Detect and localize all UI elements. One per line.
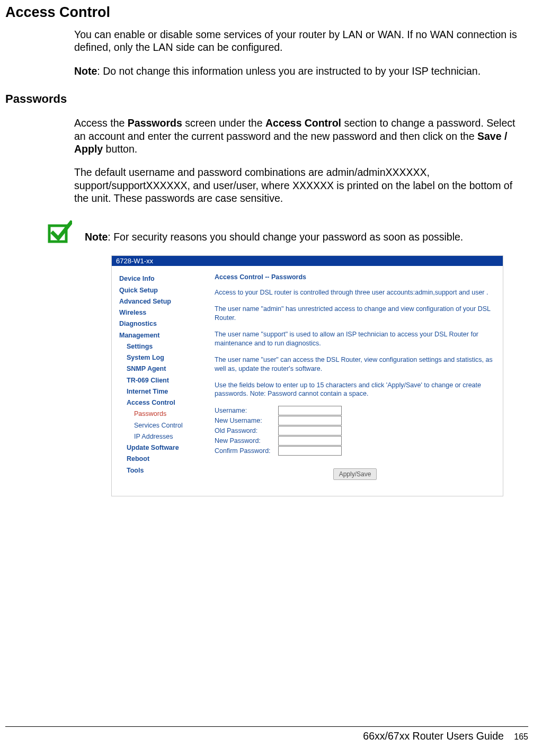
panel-paragraph-4: The user name "user" can access the DSL … <box>215 355 495 373</box>
label-username: Username: <box>215 407 278 414</box>
footer-page-number: 165 <box>514 732 528 741</box>
callout-note: Note: For security reasons you should ch… <box>85 220 463 243</box>
sidebar-item-ip-addresses[interactable]: IP Addresses <box>119 431 204 442</box>
passwords-paragraph-1: Access the Passwords screen under the Ac… <box>74 117 528 155</box>
page-footer: 66xx/67xx Router Users Guide 165 <box>5 726 528 742</box>
panel-paragraph-5: Use the fields below to enter up to 15 c… <box>215 381 495 399</box>
input-new-password[interactable] <box>278 436 342 446</box>
input-old-password[interactable] <box>278 426 342 435</box>
sidebar-item-wireless[interactable]: Wireless <box>119 307 204 318</box>
sidebar-item-system-log[interactable]: System Log <box>119 352 204 363</box>
sidebar-item-reboot[interactable]: Reboot <box>119 453 204 465</box>
sidebar-item-quick-setup[interactable]: Quick Setup <box>119 285 204 296</box>
sidebar-item-tr069-client[interactable]: TR-069 Client <box>119 375 204 386</box>
callout-note-label: Note <box>85 231 108 243</box>
callout-note-text: : For security reasons you should change… <box>108 231 463 243</box>
router-ui-screenshot: 6728-W1-xx Device Info Quick Setup Advan… <box>111 255 503 496</box>
label-new-username: New Username: <box>215 417 278 424</box>
sidebar-item-internet-time[interactable]: Internet Time <box>119 386 204 397</box>
checkmark-icon <box>48 220 72 246</box>
panel-paragraph-1: Access to your DSL router is controlled … <box>215 288 495 297</box>
panel-title: Access Control -- Passwords <box>215 273 495 281</box>
panel-paragraph-3: The user name "support" is used to allow… <box>215 330 495 348</box>
sidebar-item-advanced-setup[interactable]: Advanced Setup <box>119 296 204 307</box>
sidebar-item-access-control[interactable]: Access Control <box>119 397 204 408</box>
sidebar-item-snmp-agent[interactable]: SNMP Agent <box>119 363 204 375</box>
input-new-username[interactable] <box>278 416 342 425</box>
device-model-bar: 6728-W1-xx <box>112 256 503 266</box>
label-confirm-password: Confirm Password: <box>215 447 278 455</box>
sidebar-item-passwords[interactable]: Passwords <box>119 408 204 420</box>
password-form: Username: New Username: Old Password: Ne… <box>215 406 495 456</box>
input-username[interactable] <box>278 406 342 415</box>
sidebar-item-update-software[interactable]: Update Software <box>119 442 204 453</box>
panel-paragraph-2: The user name "admin" has unrestricted a… <box>215 305 495 323</box>
note-text: : Do not change this information unless … <box>97 65 481 77</box>
note-label: Note <box>74 65 97 77</box>
sidebar-item-management[interactable]: Management <box>119 330 204 341</box>
sidebar-item-settings[interactable]: Settings <box>119 341 204 352</box>
sidebar: Device Info Quick Setup Advanced Setup W… <box>112 266 207 496</box>
heading-access-control: Access Control <box>5 4 528 21</box>
sidebar-item-services-control[interactable]: Services Control <box>119 420 204 431</box>
label-old-password: Old Password: <box>215 427 278 434</box>
sidebar-item-device-info[interactable]: Device Info <box>119 273 204 284</box>
heading-passwords: Passwords <box>5 92 528 106</box>
note-paragraph: Note: Do not change this information unl… <box>74 65 528 77</box>
apply-save-button[interactable]: Apply/Save <box>333 468 377 480</box>
sidebar-item-diagnostics[interactable]: Diagnostics <box>119 318 204 330</box>
label-new-password: New Password: <box>215 437 278 444</box>
footer-guide-title: 66xx/67xx Router Users Guide <box>363 730 504 742</box>
sidebar-item-tools[interactable]: Tools <box>119 465 204 476</box>
intro-paragraph: You can enable or disable some services … <box>74 28 528 54</box>
passwords-paragraph-2: The default username and password combin… <box>74 166 528 204</box>
input-confirm-password[interactable] <box>278 446 342 456</box>
main-panel: Access Control -- Passwords Access to yo… <box>207 266 503 496</box>
